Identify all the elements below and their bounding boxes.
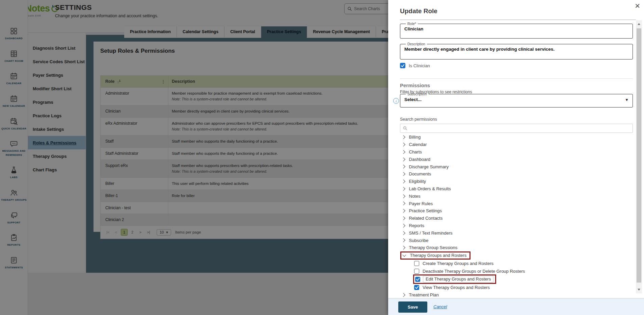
drawer-footer: Save Cancel bbox=[388, 298, 644, 315]
perm-edit-therapy-groups[interactable]: Edit Therapy Groups and Rosters bbox=[400, 275, 633, 284]
chevron-right-icon bbox=[401, 224, 405, 227]
chevron-right-icon bbox=[401, 143, 405, 146]
is-clinician-checkbox[interactable] bbox=[400, 63, 405, 68]
drawer-title: Update Role bbox=[400, 7, 437, 15]
red-highlight-box: Therapy Groups and Rosters bbox=[400, 251, 471, 260]
chevron-right-icon bbox=[401, 187, 405, 191]
permissions-tree: Billing Calendar Charts Dashboard Discha… bbox=[400, 134, 633, 299]
search-permissions-label: Search permissions bbox=[400, 117, 437, 122]
perm-group-documents[interactable]: Documents bbox=[400, 170, 633, 178]
update-role-drawer: × Update Role Role* Description Is Clini… bbox=[388, 0, 644, 315]
chevron-right-icon bbox=[401, 293, 405, 297]
chevron-right-icon bbox=[401, 179, 405, 183]
perm-group-reports[interactable]: Reports bbox=[400, 222, 633, 229]
description-field: Description bbox=[400, 42, 633, 59]
cancel-link[interactable]: Cancel bbox=[433, 304, 447, 309]
checkbox-deactivate-therapy-groups[interactable] bbox=[414, 269, 419, 274]
chevron-right-icon bbox=[401, 136, 405, 139]
scrollbar-thumb[interactable] bbox=[637, 28, 641, 283]
checkbox-edit-therapy-groups[interactable] bbox=[415, 277, 420, 282]
permissions-heading: Permissions bbox=[400, 82, 430, 88]
chevron-right-icon bbox=[401, 239, 405, 242]
perm-group-payer-rules[interactable]: Payer Rules bbox=[400, 200, 633, 207]
chevron-right-icon bbox=[401, 209, 405, 213]
chevron-right-icon bbox=[401, 165, 405, 169]
perm-group-dashboard[interactable]: Dashboard bbox=[400, 155, 633, 163]
close-icon[interactable]: × bbox=[635, 1, 640, 10]
chevron-right-icon bbox=[401, 150, 405, 154]
app-root: ICANotes Behavioral Health EHR SETTINGS … bbox=[0, 0, 644, 315]
role-input[interactable] bbox=[404, 26, 628, 31]
perm-create-therapy-groups[interactable]: Create Therapy Groups and Rosters bbox=[400, 260, 633, 267]
perm-view-therapy-groups[interactable]: View Therapy Groups and Rosters bbox=[400, 284, 633, 291]
chevron-right-icon bbox=[401, 216, 405, 220]
chevron-right-icon bbox=[401, 172, 405, 176]
checkbox-view-therapy-groups[interactable] bbox=[414, 285, 419, 290]
perm-group-practice-settings[interactable]: Practice Settings bbox=[400, 207, 633, 215]
search-permissions-box bbox=[400, 124, 633, 133]
scroll-up-arrow-icon[interactable] bbox=[638, 23, 640, 25]
chevron-right-icon bbox=[401, 202, 405, 205]
perm-group-therapy-group-sessions[interactable]: Therapy Group Sessions bbox=[400, 244, 633, 251]
perm-group-lab-orders[interactable]: Lab Orders & Results bbox=[400, 185, 633, 193]
perm-group-subscribe[interactable]: Subscribe bbox=[400, 237, 633, 244]
subscription-field[interactable]: Subscription Select... ▾ bbox=[400, 92, 633, 107]
is-clinician-label: Is Clinician bbox=[409, 63, 430, 68]
description-input[interactable] bbox=[404, 46, 628, 52]
chevron-right-icon bbox=[401, 231, 405, 235]
save-button[interactable]: Save bbox=[398, 301, 427, 313]
chevron-down-icon: ▾ bbox=[626, 97, 628, 102]
scroll-down-arrow-icon[interactable] bbox=[638, 289, 640, 291]
section-divider bbox=[400, 78, 633, 79]
perm-group-charts[interactable]: Charts bbox=[400, 148, 633, 156]
search-icon bbox=[403, 126, 407, 130]
perm-group-calendar[interactable]: Calendar bbox=[400, 141, 633, 148]
info-icon[interactable]: i bbox=[393, 98, 399, 104]
perm-group-therapy-groups-and-rosters[interactable]: Therapy Groups and Rosters bbox=[400, 251, 633, 260]
perm-group-treatment-plan[interactable]: Treatment Plan bbox=[400, 291, 633, 299]
modal-dim-overlay[interactable] bbox=[0, 0, 388, 315]
checkbox-create-therapy-groups[interactable] bbox=[414, 261, 419, 266]
title-divider bbox=[400, 20, 636, 20]
is-clinician-row: Is Clinician bbox=[400, 63, 430, 68]
chevron-right-icon bbox=[401, 194, 405, 198]
perm-group-eligibility[interactable]: Eligibility bbox=[400, 178, 633, 185]
perm-group-notes[interactable]: Notes bbox=[400, 192, 633, 200]
chevron-right-icon bbox=[401, 246, 405, 250]
role-field-label: Role* bbox=[406, 22, 418, 26]
chevron-down-icon bbox=[402, 253, 406, 257]
perm-group-discharge-summary[interactable]: Discharge Summary bbox=[400, 163, 633, 170]
perm-group-related-contacts[interactable]: Related Contacts bbox=[400, 215, 633, 222]
subscription-field-label: Subscription bbox=[406, 92, 429, 96]
subscription-value: Select... bbox=[404, 97, 422, 102]
perm-group-billing[interactable]: Billing bbox=[400, 134, 633, 141]
role-field: Role* bbox=[400, 22, 633, 39]
description-field-label: Description bbox=[406, 42, 427, 46]
perm-deactivate-therapy-groups[interactable]: Deactivate Therapy Groups or Delete Grou… bbox=[400, 267, 633, 275]
chevron-right-icon bbox=[401, 158, 405, 161]
red-highlight-box: Edit Therapy Groups and Rosters bbox=[413, 274, 496, 284]
search-permissions-input[interactable] bbox=[409, 126, 630, 131]
perm-group-sms-text-reminders[interactable]: SMS / Text Reminders bbox=[400, 229, 633, 237]
drawer-scrollbar[interactable] bbox=[636, 20, 642, 293]
